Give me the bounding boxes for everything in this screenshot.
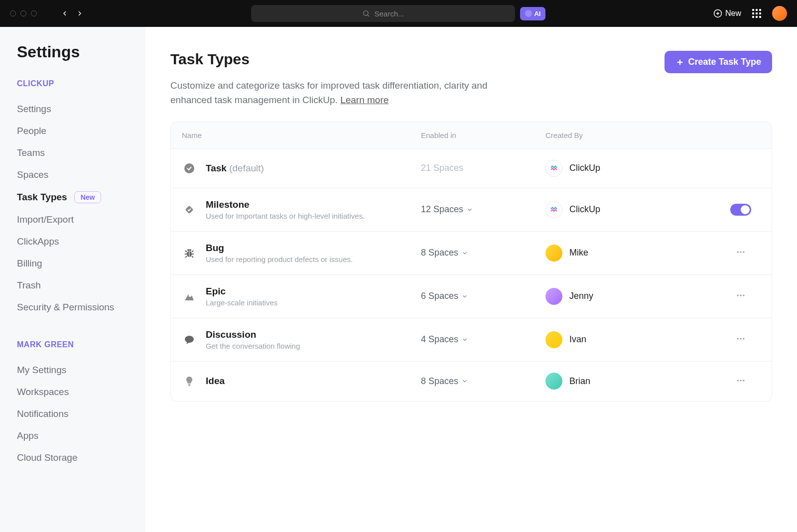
sidebar-item-cloud-storage[interactable]: Cloud Storage <box>17 447 129 469</box>
table-row[interactable]: Idea8 SpacesBrian <box>171 361 772 401</box>
svg-point-17 <box>187 249 189 251</box>
learn-more-link[interactable]: Learn more <box>340 95 389 105</box>
create-task-type-button[interactable]: Create Task Type <box>664 51 772 73</box>
nav-back-icon[interactable] <box>61 9 69 17</box>
ai-button[interactable]: AI <box>520 7 545 20</box>
col-creator: Created By <box>545 131 721 139</box>
svg-point-0 <box>364 11 368 15</box>
created-by-cell: Brian <box>545 373 721 390</box>
mountain-icon <box>182 289 197 304</box>
svg-point-18 <box>189 249 191 251</box>
sidebar-item-notifications[interactable]: Notifications <box>17 403 129 425</box>
task-type-description: Used for Important tasks or high-level i… <box>206 212 365 220</box>
task-type-name: Discussion <box>206 329 300 340</box>
new-button[interactable]: New <box>713 9 741 18</box>
table-row[interactable]: EpicLarge-scale initiatives6 SpacesJenny <box>171 274 772 318</box>
svg-point-27 <box>185 336 194 343</box>
sidebar-item-teams[interactable]: Teams <box>17 142 129 164</box>
search-wrap: Search... AI <box>93 5 704 22</box>
task-type-description: Large-scale initiatives <box>206 298 277 307</box>
svg-point-24 <box>737 295 739 296</box>
creator-avatar <box>545 288 562 305</box>
sidebar-item-clickapps[interactable]: ClickApps <box>17 231 129 253</box>
svg-point-29 <box>737 338 739 340</box>
more-horizontal-icon <box>736 290 746 300</box>
sidebar-item-import-export[interactable]: Import/Export <box>17 209 129 231</box>
task-type-name: Bug <box>206 243 353 254</box>
sidebar-item-people[interactable]: People <box>17 120 129 142</box>
svg-point-23 <box>189 295 190 296</box>
topbar-right: New <box>713 6 787 21</box>
col-name: Name <box>182 131 421 139</box>
svg-point-35 <box>740 380 741 381</box>
enabled-in-cell[interactable]: 12 Spaces <box>421 204 545 215</box>
svg-rect-33 <box>188 385 190 386</box>
sidebar-item-spaces[interactable]: Spaces <box>17 164 129 186</box>
created-by-cell: ClickUp <box>545 160 721 177</box>
svg-point-26 <box>743 295 744 296</box>
svg-point-19 <box>737 252 739 253</box>
svg-rect-32 <box>188 384 191 385</box>
new-badge: New <box>74 191 102 203</box>
apps-grid-icon[interactable] <box>752 9 761 18</box>
more-horizontal-icon <box>736 334 746 344</box>
creator-avatar <box>545 245 562 262</box>
sidebar-item-my-settings[interactable]: My Settings <box>17 359 129 381</box>
row-actions-button[interactable] <box>733 287 749 305</box>
sidebar-item-billing[interactable]: Billing <box>17 253 129 274</box>
chevron-down-icon <box>461 336 468 343</box>
enabled-in-cell[interactable]: 6 Spaces <box>421 291 545 301</box>
sidebar: Settings CLICKUP SettingsPeopleTeamsSpac… <box>0 27 145 532</box>
sidebar-item-apps[interactable]: Apps <box>17 425 129 447</box>
svg-line-12 <box>192 251 193 252</box>
chevron-down-icon <box>461 378 468 385</box>
table-row[interactable]: BugUsed for reporting product defects or… <box>171 231 772 274</box>
svg-point-30 <box>740 338 741 340</box>
search-input[interactable]: Search... <box>251 5 515 22</box>
task-type-name: Idea <box>206 376 225 387</box>
traffic-min[interactable] <box>20 10 26 16</box>
user-avatar[interactable] <box>772 6 787 21</box>
sidebar-item-security-permissions[interactable]: Security & Permissions <box>17 296 129 318</box>
created-by-cell: Mike <box>545 245 721 262</box>
ai-icon <box>525 10 532 17</box>
nav-forward-icon[interactable] <box>76 9 84 17</box>
svg-point-20 <box>740 252 741 253</box>
creator-avatar <box>545 331 562 348</box>
sidebar-item-workspaces[interactable]: Workspaces <box>17 381 129 403</box>
task-type-name: Task (default) <box>206 163 264 174</box>
plus-circle-icon <box>713 9 722 18</box>
sidebar-item-trash[interactable]: Trash <box>17 274 129 296</box>
col-enabled: Enabled in <box>421 131 545 139</box>
created-by-cell: Jenny <box>545 288 721 305</box>
traffic-max[interactable] <box>31 10 37 16</box>
nav-arrows <box>61 9 84 17</box>
row-actions-button[interactable] <box>733 373 749 390</box>
chevron-down-icon <box>466 206 473 213</box>
enabled-in-cell[interactable]: 8 Spaces <box>421 376 545 387</box>
sidebar-title: Settings <box>17 43 129 61</box>
enabled-in-cell[interactable]: 4 Spaces <box>421 334 545 345</box>
table-header: Name Enabled in Created By <box>171 122 772 148</box>
clickup-logo-icon <box>545 201 562 218</box>
traffic-close[interactable] <box>10 10 16 16</box>
clickup-logo-icon <box>545 160 562 177</box>
table-row[interactable]: DiscussionGet the conversation flowing4 … <box>171 318 772 361</box>
svg-line-1 <box>368 15 370 16</box>
page-subtitle: Customize and categorize tasks for impro… <box>170 78 529 108</box>
row-actions-button[interactable] <box>733 331 749 348</box>
bug-icon <box>182 246 197 261</box>
table-row[interactable]: MilestoneUsed for Important tasks or hig… <box>171 188 772 231</box>
enabled-in-cell[interactable]: 8 Spaces <box>421 248 545 258</box>
row-actions-button[interactable] <box>733 244 749 262</box>
enable-toggle[interactable] <box>730 204 751 216</box>
chat-icon <box>182 332 197 347</box>
svg-point-31 <box>743 338 744 340</box>
diamond-icon <box>182 202 197 217</box>
bulb-icon <box>182 374 197 389</box>
sidebar-item-settings[interactable]: Settings <box>17 98 129 120</box>
page-title: Task Types <box>170 51 250 68</box>
search-placeholder: Search... <box>374 9 404 18</box>
table-row[interactable]: Task (default)21 SpacesClickUp <box>171 148 772 188</box>
sidebar-item-task-types[interactable]: Task TypesNew <box>17 186 129 209</box>
